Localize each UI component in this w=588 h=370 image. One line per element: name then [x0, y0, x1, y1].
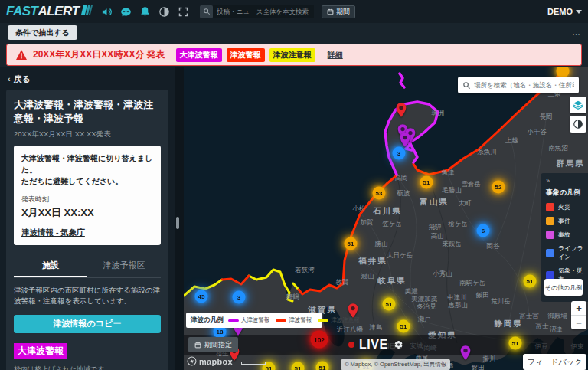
- cluster-marker[interactable]: 51: [397, 320, 410, 333]
- cluster-marker[interactable]: 3: [393, 147, 406, 160]
- detail-link[interactable]: 詳細: [328, 50, 343, 61]
- tsunami-line-swatch: [228, 319, 239, 322]
- cluster-marker[interactable]: 3: [233, 291, 246, 304]
- extract-conditions-button[interactable]: 条件で抽出する: [8, 25, 77, 40]
- cluster-marker[interactable]: 53: [373, 187, 386, 200]
- account-menu[interactable]: DEMO: [547, 7, 582, 16]
- map-place-label: 笠ケ岳: [382, 220, 402, 229]
- panel-tab[interactable]: 施設: [14, 254, 87, 277]
- period-range-button[interactable]: 期間指定: [188, 337, 238, 352]
- pin-marker[interactable]: [459, 345, 472, 361]
- volume-icon[interactable]: [101, 6, 113, 18]
- upgraded-area-note: 枠内は格上げされた地域です: [14, 365, 161, 370]
- period-button-label: 期間: [336, 7, 350, 17]
- map-place-label: 沼津: [550, 326, 563, 335]
- cluster-marker[interactable]: 6: [477, 224, 490, 237]
- filter-toolbar: 条件で抽出する …: [0, 23, 588, 42]
- notice-line-1: 大津波警報・津波警報に切り替えました。: [21, 152, 153, 175]
- event-category-label: 火災: [558, 203, 570, 211]
- cluster-marker[interactable]: 51: [345, 237, 358, 250]
- event-legend-item[interactable]: 火災: [546, 203, 588, 211]
- contrast-icon[interactable]: [158, 6, 170, 18]
- map-place-label: 高岡: [395, 174, 408, 183]
- event-legend-item[interactable]: 事故: [546, 231, 588, 239]
- panel-tabs: 施設津波予報区: [14, 254, 161, 278]
- cluster-marker[interactable]: 51: [383, 298, 396, 311]
- calendar-icon: [327, 8, 334, 15]
- map-contrast-button[interactable]: [570, 116, 586, 133]
- search-icon[interactable]: [200, 5, 213, 18]
- global-search: [200, 5, 314, 18]
- cluster-marker[interactable]: 51: [524, 275, 537, 288]
- jma-source-link[interactable]: 津波情報 - 気象庁: [21, 228, 85, 238]
- map-place-label: 御殿場: [547, 312, 567, 321]
- live-label: LIVE: [359, 338, 388, 352]
- cluster-marker[interactable]: 51: [292, 362, 305, 370]
- event-category-icon: [546, 271, 554, 280]
- collapse-legend-icon[interactable]: »: [546, 177, 588, 185]
- fullscreen-icon[interactable]: [178, 6, 189, 18]
- more-options-icon[interactable]: …: [572, 28, 582, 37]
- other-legend-button[interactable]: その他の凡例: [544, 279, 583, 296]
- event-category-label: 事件: [558, 217, 570, 225]
- map-place-label: 魚津: [442, 169, 455, 178]
- period-button[interactable]: 期間: [322, 5, 355, 18]
- map-place-label: 津島: [370, 323, 383, 332]
- cluster-marker[interactable]: 52: [492, 181, 505, 194]
- map-attribution[interactable]: © Mapbox, © OpenStreetMap, 出典情報: [341, 359, 450, 370]
- cluster-marker[interactable]: 45: [195, 290, 208, 303]
- tsunami-legend-label: 大津波警報: [241, 316, 270, 324]
- cluster-marker[interactable]: 102: [311, 331, 328, 349]
- map-place-label: 敦賀: [336, 278, 349, 287]
- event-category-icon: [546, 249, 554, 257]
- tsunami-legend-item: 津波注意報: [318, 316, 360, 324]
- panel-tab[interactable]: 津波予報区: [87, 254, 161, 277]
- map-place-label: 多治見: [416, 303, 436, 312]
- global-search-input[interactable]: [213, 5, 314, 18]
- map-place-label: 富山県: [420, 197, 449, 208]
- map-place-label: 珠洲: [432, 109, 445, 118]
- pin-marker[interactable]: [395, 103, 407, 118]
- notice-box: 大津波警報・津波警報に切り替えました。 ただちに避難してください。 発表時刻 X…: [14, 146, 161, 245]
- warning-sections: 大津波警報 枠内は格上げされた地域です 七尾中学校付近 石川県七尾市 輪島市 輪…: [14, 343, 161, 370]
- event-legend-item[interactable]: ライフライン: [546, 244, 588, 261]
- disaster-map[interactable]: 三条長岡小千谷上越糸魚川南魚沼群馬県珠洲魚津高岡砺波石川県富山県小松加賀大町雪倉…: [184, 67, 588, 370]
- map-place-label: 長岡: [540, 113, 553, 122]
- alert-badges: 大津波警報津波警報津波注意報: [176, 48, 315, 62]
- tsunami-legend-label: 津波注意報: [331, 316, 360, 324]
- alert-badge: 大津波警報: [176, 48, 222, 62]
- event-legend-item[interactable]: 事件: [546, 217, 588, 225]
- map-search-input[interactable]: [474, 81, 574, 89]
- pin-marker[interactable]: [399, 133, 411, 148]
- account-label: DEMO: [547, 7, 573, 16]
- scrollbar-thumb[interactable]: [176, 217, 179, 229]
- map-place-label: 乗鞍岳: [442, 240, 462, 249]
- map-place-label: 南駒ケ岳: [459, 279, 485, 288]
- copy-tsunami-info-button[interactable]: 津波情報のコピー: [14, 315, 161, 333]
- bell-icon[interactable]: [139, 6, 151, 18]
- fastalert-logo[interactable]: FASTALERT: [6, 4, 93, 19]
- time-label: 発表時刻: [21, 195, 153, 205]
- map-place-label: 砺波: [397, 189, 410, 198]
- gear-icon[interactable]: [393, 339, 403, 350]
- map-place-label: 瀬戸: [418, 315, 431, 324]
- map-place-label: 小秀山: [433, 270, 452, 279]
- layers-button[interactable]: [570, 97, 586, 113]
- map-place-label: 毛勝山: [442, 186, 462, 195]
- alert-badge: 津波注意報: [270, 48, 315, 62]
- back-button[interactable]: ‹戻る: [0, 67, 175, 90]
- map-place-label: 上越: [505, 136, 518, 146]
- calendar-icon: [194, 342, 201, 349]
- tsunami-line-swatch: [276, 319, 286, 322]
- chat-icon[interactable]: [120, 6, 132, 18]
- mapbox-logo[interactable]: mapbox: [187, 356, 233, 366]
- zoom-in-button[interactable]: +: [571, 301, 586, 316]
- panel-title: 大津波警報・津波警報・津波注意報・津波予報: [14, 98, 161, 125]
- live-indicator: LIVE: [348, 337, 403, 352]
- zoom-out-button[interactable]: −: [571, 316, 586, 329]
- map-place-label: 冠山: [361, 272, 374, 281]
- cluster-marker[interactable]: 51: [316, 362, 329, 370]
- cluster-marker[interactable]: 51: [420, 176, 433, 189]
- cluster-marker[interactable]: 51: [509, 337, 522, 350]
- feedback-button[interactable]: フィードバック: [523, 354, 586, 370]
